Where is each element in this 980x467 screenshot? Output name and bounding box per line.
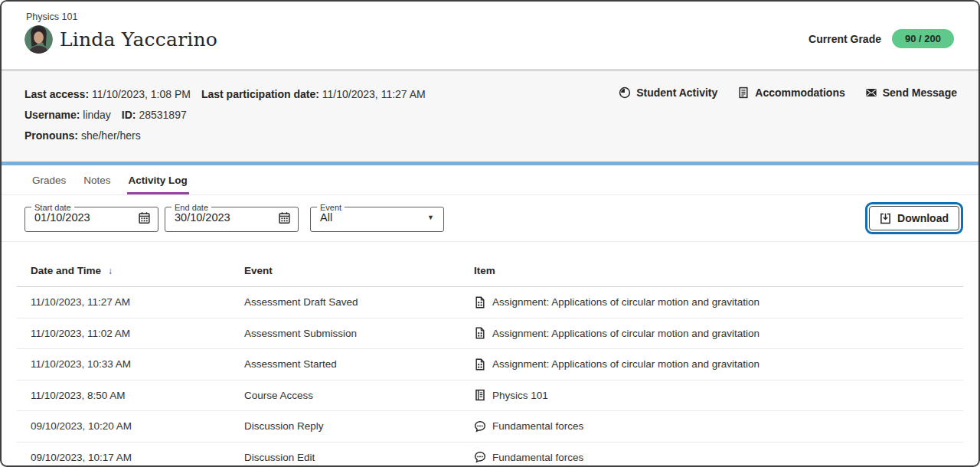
cell-event: Discussion Reply [244,420,474,432]
download-highlight-ring: Download [865,202,963,234]
tab-notes[interactable]: Notes [82,165,112,194]
activity-log-table: Date and Time ↓ Event Item 11/10/2023, 1… [17,258,963,467]
table-row[interactable]: 11/10/2023, 8:50 AM Course Access Physic… [17,380,963,412]
cell-date: 11/10/2023, 8:50 AM [17,390,244,401]
filter-bar: Start date 01/10/2023 End date 30/10/202… [2,195,978,242]
cell-event: Assessment Submission [244,328,474,339]
table-row[interactable]: 11/10/2023, 10:33 AM Assessment Started … [17,349,963,380]
cell-date: 09/10/2023, 10:20 AM [17,420,244,432]
column-event: Event [244,265,474,276]
calendar-icon[interactable] [278,211,291,224]
last-access: Last access: 11/10/2023, 1:08 PM [24,88,191,100]
student-name: Linda Yaccarino [60,28,217,51]
start-date-field[interactable]: Start date 01/10/2023 [24,203,158,232]
download-icon [880,213,891,224]
cell-item[interactable]: Assignment: Applications of circular mot… [474,296,963,309]
item-label: Assignment: Applications of circular mot… [492,328,760,339]
start-date-label: Start date [31,203,74,212]
username: Username: linday [24,109,111,121]
item-label: Assignment: Applications of circular mot… [492,358,760,370]
tab-activity-log[interactable]: Activity Log [127,165,189,194]
event-select[interactable]: Event All ▼ [310,203,444,232]
item-label: Assignment: Applications of circular mot… [492,296,760,308]
assignment-icon [474,327,486,339]
table-row[interactable]: 09/10/2023, 10:17 AM Discussion Edit Fun… [17,443,963,467]
cell-event: Assessment Draft Saved [244,296,474,308]
assignment-icon [474,296,486,309]
cell-item[interactable]: Assignment: Applications of circular mot… [474,358,963,371]
student-id: ID: 28531897 [122,109,187,121]
table-row[interactable]: 11/10/2023, 11:27 AM Assessment Draft Sa… [17,287,963,318]
send-message-button[interactable]: Send Message [865,87,957,99]
cell-item[interactable]: Assignment: Applications of circular mot… [474,327,963,339]
end-date-value: 30/10/2023 [175,211,230,224]
cell-date: 11/10/2023, 11:02 AM [17,328,244,339]
accommodations-icon [737,87,750,99]
table-row[interactable]: 09/10/2023, 10:20 AM Discussion Reply Fu… [17,411,963,443]
grade-badge[interactable]: 90 / 200 [892,29,954,48]
discussion-icon [474,420,486,433]
cell-event: Course Access [244,390,474,401]
send-message-label: Send Message [883,87,957,99]
download-button[interactable]: Download [869,206,959,230]
sort-descending-icon[interactable]: ↓ [108,266,113,276]
cell-event: Discussion Edit [244,452,474,463]
column-item: Item [474,265,963,276]
cell-event: Assessment Started [244,358,474,370]
tab-bar: Grades Notes Activity Log [2,165,978,195]
item-label: Fundamental forces [492,452,583,463]
cell-item[interactable]: Fundamental forces [474,451,963,463]
accommodations-button[interactable]: Accommodations [737,87,844,99]
end-date-label: End date [172,203,211,212]
clock-icon [619,87,631,99]
course-icon [474,389,486,401]
calendar-icon[interactable] [138,211,151,224]
student-info-panel: Last access: 11/10/2023, 1:08 PM Last pa… [2,71,978,162]
discussion-icon [474,451,486,463]
pronouns: Pronouns: she/her/hers [24,129,141,142]
envelope-icon [865,87,877,99]
table-body: 11/10/2023, 11:27 AM Assessment Draft Sa… [17,287,963,467]
chevron-down-icon: ▼ [427,214,436,221]
cell-item[interactable]: Physics 101 [474,389,963,401]
item-label: Fundamental forces [492,420,583,432]
start-date-value: 01/10/2023 [34,211,90,224]
end-date-field[interactable]: End date 30/10/2023 [165,203,299,232]
table-header-row: Date and Time ↓ Event Item [17,258,963,287]
student-header: Physics 101 Linda Yaccarino Current Grad… [2,2,978,69]
event-select-value: All [320,211,332,224]
table-row[interactable]: 11/10/2023, 11:02 AM Assessment Submissi… [17,318,963,350]
cell-date: 11/10/2023, 11:27 AM [17,296,244,308]
current-grade-label: Current Grade [808,33,881,45]
student-activity-button[interactable]: Student Activity [619,87,717,99]
student-activity-label: Student Activity [636,87,717,99]
accommodations-label: Accommodations [755,87,844,99]
cell-date: 09/10/2023, 10:17 AM [17,452,244,463]
item-label: Physics 101 [492,390,548,401]
course-label: Physics 101 [26,11,957,22]
avatar [24,25,53,54]
download-label: Download [897,212,949,224]
assignment-icon [474,358,486,371]
cell-date: 11/10/2023, 10:33 AM [17,358,244,370]
window-frame: Physics 101 Linda Yaccarino Current Grad… [0,0,980,467]
cell-item[interactable]: Fundamental forces [474,420,963,433]
column-date-time[interactable]: Date and Time ↓ [17,265,244,276]
tab-grades[interactable]: Grades [31,165,67,194]
last-participation: Last participation date: 11/10/2023, 11:… [201,88,426,100]
